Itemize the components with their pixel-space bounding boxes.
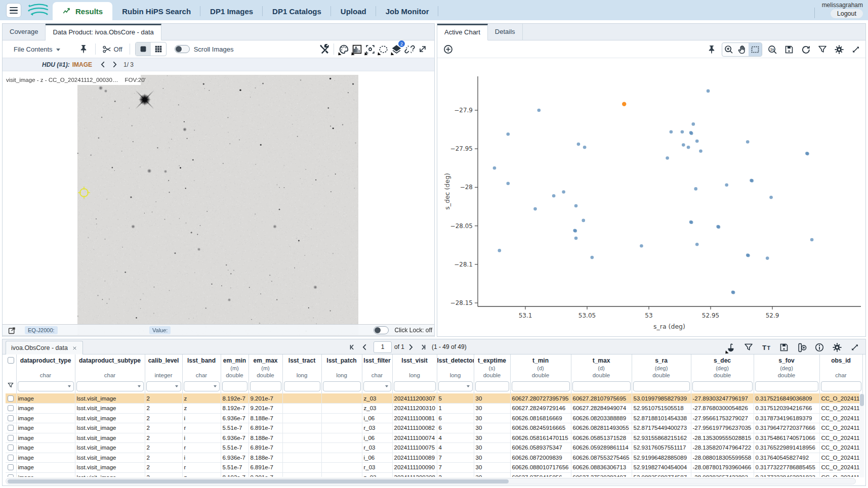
recenter-icon[interactable] [363,42,377,56]
data-point[interactable] [574,204,578,208]
column-header-em_max[interactable]: em_max(m)double [249,354,282,380]
filter-input-dataproduct_type[interactable] [18,381,74,391]
column-header-obs_id[interactable]: obs_idchar [819,354,862,380]
filter-input-calib_level[interactable] [146,381,181,391]
fits-image[interactable] [77,75,358,336]
data-point[interactable] [493,166,497,170]
data-point[interactable] [810,238,814,242]
text-view-icon[interactable] [760,341,773,354]
vertical-scrollbar[interactable] [859,393,864,477]
data-point[interactable] [538,109,541,112]
data-point[interactable] [766,256,769,260]
data-point[interactable] [732,291,735,294]
fits-image-viewer[interactable]: visit_image - z - CC_O_20241112_00030… F… [3,71,434,336]
next-page-button[interactable] [407,343,415,351]
tab-coverage[interactable]: Coverage [3,24,46,40]
pin-chart-button[interactable] [705,43,718,56]
scroll-images-toggle[interactable] [175,45,190,53]
unlink-icon[interactable] [403,42,416,56]
tab-results[interactable]: Results [53,2,112,20]
column-header-lsst_tract[interactable]: lsst_tractlong [282,354,321,380]
data-point[interactable] [806,152,809,156]
color-palette-icon[interactable] [337,42,350,56]
chart-settings-icon[interactable] [833,43,846,56]
tab-data-product[interactable]: Data Product: ivoa.ObsCore - data [46,24,161,40]
save-chart-icon[interactable] [782,43,796,56]
table-info-icon[interactable] [813,341,826,354]
single-view-button[interactable] [136,42,151,56]
filter-input-dataproduct_subtype[interactable] [76,381,144,391]
data-point[interactable] [769,196,773,199]
hamburger-menu-button[interactable] [6,3,21,18]
filter-input-lsst_visit[interactable] [394,381,436,391]
table-row[interactable]: imagelsst.visit_image2i6.936e-78.188e-7i… [6,453,862,463]
filter-input-lsst_detector[interactable] [438,381,473,391]
filter-input-s_dec[interactable] [692,381,753,391]
layers-icon[interactable]: 2 [390,42,403,56]
add-chart-icon[interactable] [441,42,454,56]
row-checkbox[interactable] [8,405,14,411]
row-checkbox[interactable] [8,474,14,477]
pan-mode-icon[interactable] [735,43,749,56]
table-row[interactable]: imagelsst.visit_image2r5.51e-76.891e-7r_… [6,443,862,453]
crop-icon[interactable] [101,42,114,56]
grid-view-button[interactable] [151,42,166,56]
filter-input-lsst_filter[interactable] [363,381,391,391]
zoom-original-icon[interactable] [766,43,779,56]
data-point[interactable] [699,150,702,153]
column-header-t_max[interactable]: t_max(d)double [571,354,632,380]
data-point[interactable] [591,256,594,259]
coordinate-readout-label[interactable]: EQ-J2000: [25,326,58,334]
tab-job-monitor[interactable]: Job Monitor [376,2,439,20]
data-point[interactable] [750,179,754,183]
table-row[interactable]: imagelsst.visit_image2r5.51e-76.891e-7r_… [6,423,862,433]
stretch-histogram-icon[interactable] [350,42,363,56]
data-point[interactable] [690,220,693,224]
filter-input-obs_id[interactable] [821,381,861,391]
column-header-s_dec[interactable]: s_dec(deg)double [691,354,754,380]
data-point[interactable] [498,249,502,252]
filter-input-em_min[interactable] [222,381,247,391]
tab-dp1-catalogs[interactable]: DP1 Catalogs [263,2,331,20]
expand-chart-icon[interactable] [849,43,862,56]
vertical-scrollbar-thumb[interactable] [860,394,864,406]
row-checkbox[interactable] [8,445,14,451]
filter-input-s_ra[interactable] [633,381,690,391]
column-header-lsst_filter[interactable]: lsst_filterchar [362,354,392,380]
column-header-t_min[interactable]: t_min(d)double [510,354,571,380]
data-point[interactable] [622,102,626,106]
tab-details[interactable]: Details [488,24,523,40]
column-header-dataproduct_type[interactable]: dataproduct_typechar [16,354,75,380]
value-readout-label[interactable]: Value: [149,326,171,334]
tab-dp1-images[interactable]: DP1 Images [200,2,263,20]
data-point[interactable] [574,237,578,240]
filter-input-lsst_tract[interactable] [284,381,320,391]
table-row[interactable]: imagelsst.visit_image2z8.192e-79.201e-7z… [6,393,862,404]
logout-button[interactable]: Logout [831,9,863,18]
row-checkbox[interactable] [8,464,14,470]
expand-table-icon[interactable] [848,341,861,354]
close-table-icon[interactable] [72,345,77,351]
data-point[interactable] [725,184,728,187]
data-point[interactable] [690,131,693,135]
data-point[interactable] [533,207,537,211]
row-checkbox[interactable] [8,435,14,441]
data-point[interactable] [670,130,673,134]
filter-input-t_max[interactable] [572,381,631,391]
click-lock-toggle[interactable] [374,326,389,334]
column-header-s_ra[interactable]: s_ra(deg)double [632,354,691,380]
scatter-chart[interactable]: 53.153.055352.9552.9−27.9−27.95−28−28.05… [437,58,865,336]
filter-input-lsst_patch[interactable] [323,381,361,391]
table-row[interactable]: imagelsst.visit_image2i6.936e-78.188e-7i… [6,433,862,443]
scoop-rows-icon[interactable] [724,341,737,354]
data-point[interactable] [507,132,510,136]
column-header-dataproduct_subtype[interactable]: dataproduct_subtypechar [75,354,145,380]
tab-rubin-hips-search[interactable]: Rubin HiPS Search [112,2,200,20]
data-point[interactable] [687,146,690,149]
last-page-button[interactable] [420,343,427,351]
data-point[interactable] [562,190,565,194]
tools-icon[interactable] [317,42,330,56]
data-point[interactable] [682,143,685,147]
data-point[interactable] [717,226,721,229]
column-header-lsst_detector[interactable]: lsst_detectorlong [437,354,474,380]
